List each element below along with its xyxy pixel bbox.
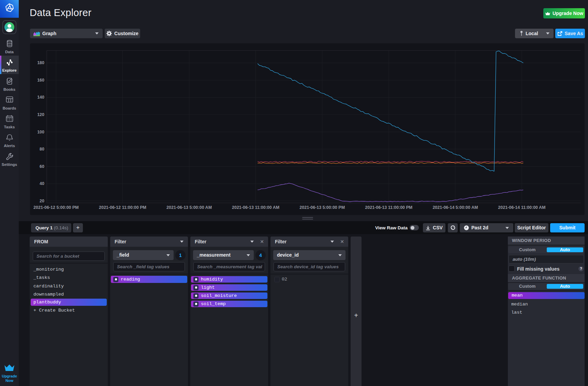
- svg-text:60: 60: [40, 164, 44, 169]
- svg-text:2021-06-14 5:00:00 AM: 2021-06-14 5:00:00 AM: [432, 205, 478, 210]
- svg-text:2021-06-13 5:00:00 AM: 2021-06-13 5:00:00 AM: [166, 205, 212, 210]
- svg-text:2021-06-13 11:00:00 PM: 2021-06-13 11:00:00 PM: [365, 205, 412, 210]
- svg-text:140: 140: [37, 95, 44, 100]
- svg-text:120: 120: [37, 112, 44, 117]
- svg-text:2021-06-12 11:00:00 PM: 2021-06-12 11:00:00 PM: [99, 205, 146, 210]
- svg-text:2021-06-13 11:00:00 AM: 2021-06-13 11:00:00 AM: [232, 205, 279, 210]
- svg-text:180: 180: [37, 60, 44, 65]
- svg-text:80: 80: [40, 147, 44, 152]
- svg-text:2021-06-13 5:00:00 PM: 2021-06-13 5:00:00 PM: [299, 205, 345, 210]
- svg-text:20: 20: [40, 199, 44, 203]
- svg-text:40: 40: [40, 181, 44, 186]
- svg-text:2021-06-12 5:00:00 PM: 2021-06-12 5:00:00 PM: [33, 205, 79, 210]
- svg-text:160: 160: [37, 78, 44, 83]
- svg-text:100: 100: [37, 130, 44, 134]
- svg-text:2021-06-14 11:00:00 AM: 2021-06-14 11:00:00 AM: [498, 205, 545, 210]
